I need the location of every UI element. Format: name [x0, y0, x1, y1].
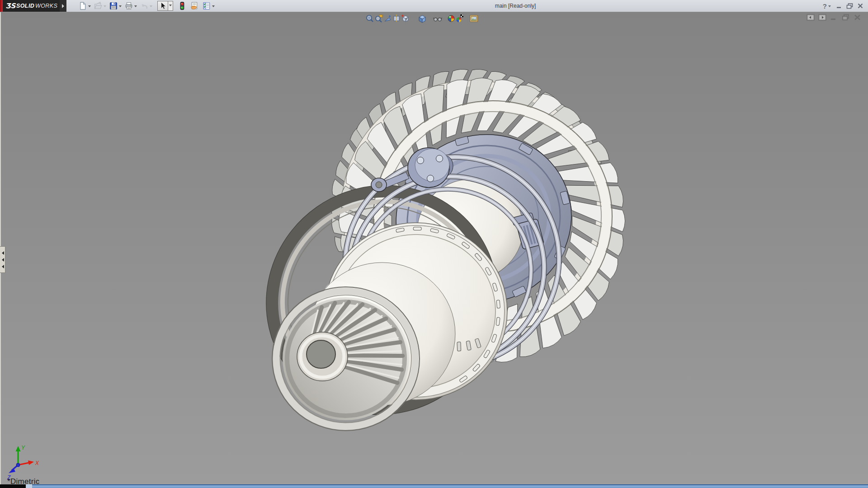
options-button[interactable]	[202, 1, 216, 10]
feature-pane-left-button[interactable]	[807, 14, 815, 21]
feature-pane-right-button[interactable]	[818, 14, 826, 21]
menu-flyout-arrow[interactable]	[60, 0, 66, 12]
new-document-button[interactable]	[78, 1, 92, 10]
brand-works: WORKS	[35, 3, 57, 9]
close-icon	[857, 3, 863, 9]
headsup-view-toolbar	[0, 14, 868, 24]
reference-triad: Y X Z	[6, 444, 52, 481]
previous-view-button[interactable]	[383, 14, 392, 23]
jet-engine-3d-model[interactable]	[0, 12, 868, 484]
rebuild-button[interactable]	[178, 1, 187, 10]
dropdown-arrow-icon[interactable]	[119, 5, 122, 9]
dropdown-arrow-icon	[828, 5, 831, 9]
help-button[interactable]: ?	[823, 2, 832, 10]
dropdown-arrow-icon[interactable]	[212, 5, 215, 9]
edit-appearance-button[interactable]	[447, 14, 456, 23]
view-orientation-icon	[401, 14, 410, 23]
solidworks-wordmark: ƷS SOLID WORKS	[5, 1, 58, 11]
file-properties-icon	[190, 2, 198, 10]
title-bar-controls: ?	[823, 0, 863, 12]
section-view-icon	[392, 14, 401, 23]
file-properties-button[interactable]	[190, 1, 199, 10]
apply-scene-button[interactable]	[456, 14, 465, 23]
restore-document-button[interactable]	[842, 14, 850, 21]
help-icon: ?	[823, 2, 827, 10]
graphics-viewport[interactable]: Y X Z *Dimetric	[0, 12, 868, 484]
dropdown-arrow-icon[interactable]	[134, 5, 137, 9]
main-toolbar	[78, 0, 217, 12]
stoplight-icon	[178, 2, 186, 10]
taskbar-edge-strip	[0, 484, 868, 488]
appearance-ball-icon	[447, 14, 456, 23]
new-document-icon	[79, 2, 87, 10]
print-button[interactable]	[124, 1, 138, 10]
window-restore-button[interactable]	[846, 3, 853, 9]
solidworks-logo: ƷS SOLID WORKS	[0, 0, 60, 12]
display-style-button[interactable]	[418, 14, 427, 23]
feature-panel-splitter[interactable]	[0, 246, 5, 273]
taskbar-black-segment	[0, 484, 26, 488]
hide-show-items-button[interactable]	[433, 14, 442, 23]
zoom-to-fit-button[interactable]	[365, 14, 374, 23]
dropdown-arrow-icon	[169, 5, 172, 8]
triad-x-label: X	[35, 460, 39, 466]
display-style-icon	[418, 14, 427, 23]
cursor-arrow-icon	[159, 2, 167, 10]
save-button[interactable]	[109, 1, 123, 10]
triad-y-label: Y	[21, 445, 25, 451]
options-checklist-icon	[203, 2, 211, 10]
undo-arrow-icon	[140, 2, 148, 10]
view-orientation-button[interactable]	[401, 14, 410, 23]
eyeglasses-icon	[433, 14, 442, 23]
zoom-to-fit-icon	[365, 14, 374, 23]
dropdown-arrow-icon[interactable]	[88, 5, 91, 9]
open-folder-icon	[94, 2, 102, 10]
select-tool-dropdown[interactable]	[168, 1, 173, 11]
solidworks-window: ƷS SOLID WORKS	[0, 0, 868, 488]
chevron-right-icon	[61, 4, 65, 8]
save-floppy-icon	[109, 2, 118, 10]
zoom-to-area-icon	[374, 14, 383, 23]
window-title: main [Read-only]	[495, 0, 536, 12]
taskbar-light-segment	[26, 484, 32, 488]
restore-icon	[846, 3, 853, 9]
collapse-arrow-icon	[0, 258, 4, 262]
title-bar: ƷS SOLID WORKS	[0, 0, 868, 12]
apply-scene-icon	[456, 14, 465, 23]
minimize-document-button[interactable]	[830, 14, 838, 21]
close-document-button[interactable]	[854, 14, 862, 21]
brand-red-strip	[0, 0, 3, 12]
document-window-controls	[807, 14, 862, 21]
dropdown-arrow-icon[interactable]	[150, 5, 152, 9]
section-view-button[interactable]	[392, 14, 401, 23]
minimize-icon	[836, 3, 842, 9]
printer-icon	[125, 2, 133, 10]
undo-button[interactable]	[140, 1, 154, 10]
window-minimize-button[interactable]	[836, 3, 842, 9]
brand-glyph: ƷS	[5, 2, 16, 10]
dropdown-arrow-icon[interactable]	[104, 5, 106, 9]
collapse-arrow-icon	[0, 251, 4, 255]
zoom-to-area-button[interactable]	[374, 14, 383, 23]
select-tool-pressed-box[interactable]	[157, 1, 168, 11]
window-close-button[interactable]	[857, 3, 863, 9]
nozzle-hub	[297, 332, 348, 381]
collapse-arrow-icon	[0, 265, 4, 268]
open-button[interactable]	[94, 1, 108, 10]
view-settings-button[interactable]	[469, 14, 478, 23]
select-tool[interactable]	[157, 0, 174, 11]
brand-solid: SOLID	[16, 3, 34, 9]
view-settings-icon	[469, 14, 478, 23]
previous-view-icon	[383, 14, 392, 23]
